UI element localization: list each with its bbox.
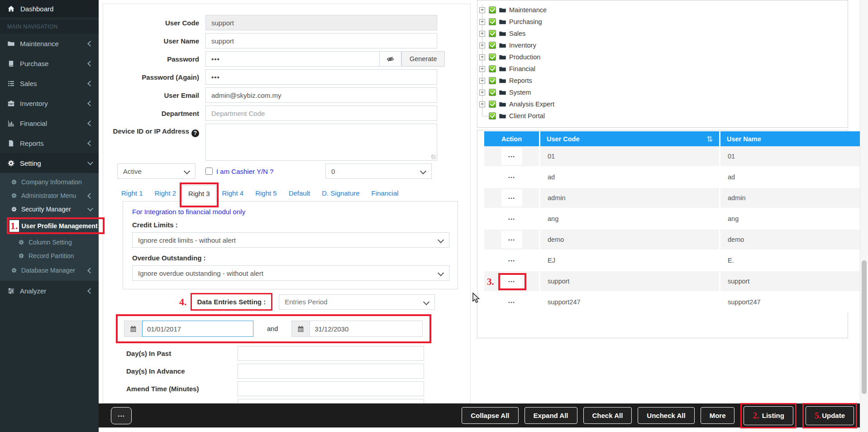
tree-item-label[interactable]: Production [509,53,540,61]
column-header-action[interactable]: Action [484,131,540,146]
tree-expander-icon[interactable]: + [479,66,485,72]
listing-button[interactable]: 2.Listing [744,406,793,425]
column-header-user-name[interactable]: User Name [720,131,860,146]
copies-select[interactable]: 0 [325,163,432,179]
toggle-password-visibility-button[interactable] [380,51,401,67]
tree-item-label[interactable]: Financial [509,65,535,72]
tree-item-financial[interactable]: +Financial [479,63,554,75]
tree-item-inventory[interactable]: +Inventory [479,39,554,51]
tree-item-label[interactable]: Inventory [509,42,536,49]
row-actions-button[interactable]: ... [501,273,522,290]
tab-right-2[interactable]: Right 2 [149,185,182,202]
password-field[interactable] [205,51,380,67]
tree-expander-icon[interactable]: + [479,7,485,13]
tree-item-label[interactable]: Client Portal [509,112,545,120]
tree-item-label[interactable]: Analysis Expert [509,101,554,108]
sidebar-item-database-manager[interactable]: Database Manager [0,263,99,278]
user-name-field[interactable] [205,33,437,48]
user-code-field[interactable] [205,15,437,30]
entries-period-select[interactable]: Entries Period [279,294,435,310]
tree-item-sales[interactable]: +Sales [479,28,554,39]
tab-d-signature[interactable]: D. Signature [316,185,365,202]
password-again-field[interactable] [205,69,437,85]
checked-checkbox[interactable] [489,6,496,14]
credit-limits-select[interactable]: Ignore credit limits - without alert [132,232,449,248]
tree-item-label[interactable]: Purchasing [509,18,542,25]
tree-item-reports[interactable]: +Reports [479,75,554,86]
checked-checkbox[interactable] [489,65,496,72]
row-actions-button[interactable]: ... [501,189,522,206]
sidebar-item-column-setting[interactable]: Column Setting [0,235,99,249]
user-email-field[interactable] [205,87,437,103]
sidebar-item-dashboard[interactable]: Dashboard [0,0,99,17]
tree-item-label[interactable]: Sales [509,30,525,37]
tab-financial[interactable]: Financial [366,185,405,202]
row-actions-button[interactable]: ... [501,210,522,227]
days-in-past-field[interactable] [238,346,424,361]
sidebar-item-security-manager[interactable]: Security Manager [0,202,99,216]
calendar-icon-addon[interactable] [124,321,142,337]
tab-right-5[interactable]: Right 5 [249,185,283,202]
tree-expander-icon[interactable]: + [479,31,485,37]
amend-time-field[interactable] [238,381,424,396]
department-field[interactable] [205,106,437,121]
checked-checkbox[interactable] [489,30,496,37]
checked-checkbox[interactable] [489,77,496,84]
column-header-user-code[interactable]: User Code⇅ [540,131,720,146]
days-in-advance-field[interactable] [238,364,424,379]
scrollbar-thumb[interactable] [862,260,867,394]
sidebar-item-sales[interactable]: Sales [0,73,99,93]
tree-expander-icon[interactable]: + [479,19,485,25]
sidebar-item-setting[interactable]: Setting [0,153,99,173]
sidebar-item-inventory[interactable]: Inventory [0,93,99,113]
help-question-icon[interactable]: ? [191,130,199,137]
sidebar-item-record-partition[interactable]: Record Partition [0,249,99,263]
sidebar-item-analyzer[interactable]: Analyzer [0,281,99,301]
tree-item-label[interactable]: Maintenance [509,6,547,14]
overdue-outstanding-select[interactable]: Ignore overdue outstanding - without ale… [132,265,449,281]
more-button[interactable]: More [701,407,735,424]
tree-item-label[interactable]: System [509,89,531,96]
tree-item-label[interactable]: Reports [509,77,532,84]
supervisor-code-field[interactable] [238,399,424,403]
tab-right-4[interactable]: Right 4 [216,185,250,202]
date-to-field[interactable] [310,321,423,337]
row-actions-button[interactable]: ... [501,168,522,186]
date-from-field[interactable] [142,321,253,337]
tree-item-analysis-expert[interactable]: +Analysis Expert [479,98,554,110]
sidebar-item-company-information[interactable]: Company Information [0,175,99,189]
tree-item-maintenance[interactable]: +Maintenance [479,4,554,16]
collapse-all-button[interactable]: Collapse All [462,407,518,424]
tree-item-purchasing[interactable]: +Purchasing [479,16,554,28]
sidebar-item-user-profile-management[interactable]: User Profile Management [22,222,98,230]
row-actions-button[interactable]: ... [501,148,522,165]
tree-expander-icon[interactable]: + [479,101,485,107]
update-button[interactable]: 5.Update [806,406,854,425]
sidebar-item-reports[interactable]: Reports [0,133,99,153]
tree-expander-icon[interactable]: + [479,54,485,60]
row-actions-button[interactable]: ... [501,231,522,248]
checked-checkbox[interactable] [489,18,496,25]
row-actions-button[interactable]: ... [501,252,522,269]
tree-expander-icon[interactable]: + [479,78,485,84]
checked-checkbox[interactable] [489,101,496,108]
sort-icon[interactable]: ⇅ [706,134,713,144]
row-actions-button[interactable]: ... [501,293,522,311]
tree-expander-icon[interactable]: + [479,43,485,48]
tree-expander-icon[interactable]: + [479,90,485,96]
tree-item-client-portal[interactable]: Client Portal [479,110,554,122]
sidebar-item-financial[interactable]: Financial [0,113,99,133]
form-more-actions-button[interactable]: ... [111,407,132,424]
uncheck-all-button[interactable]: Uncheck All [638,407,694,424]
expand-all-button[interactable]: Expand All [525,407,577,424]
sidebar-item-purchase[interactable]: Purchase [0,53,99,73]
vertical-scrollbar[interactable] [860,0,868,432]
tab-right-1[interactable]: Right 1 [115,185,149,202]
checked-checkbox[interactable] [489,89,496,96]
generate-password-button[interactable]: Generate [401,51,445,67]
tree-item-production[interactable]: +Production [479,51,554,63]
sidebar-item-maintenance[interactable]: Maintenance [0,34,99,53]
sidebar-item-administrator-menu[interactable]: Administrator Menu [0,189,99,202]
status-select[interactable]: Active [117,163,196,179]
tab-default[interactable]: Default [283,185,316,202]
